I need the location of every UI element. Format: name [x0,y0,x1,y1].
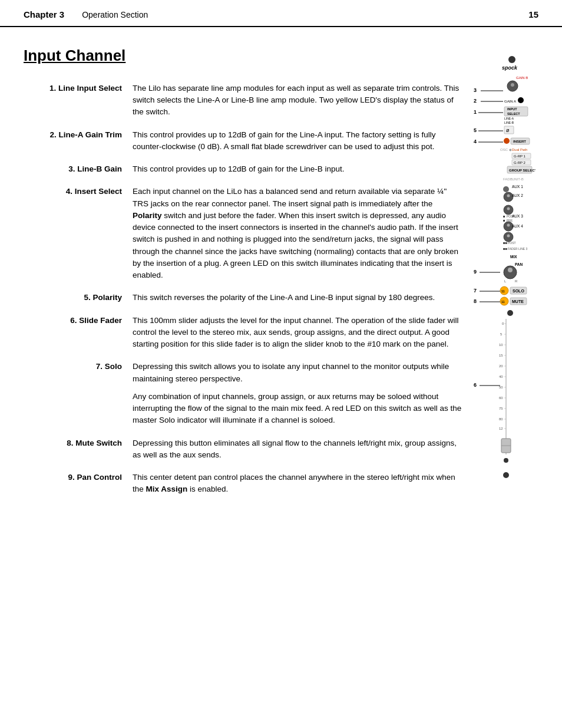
section-item: 7. SoloDepressing this switch allows you… [24,361,462,426]
item-body: This control provides up to 12dB of gain… [133,163,462,175]
svg-text:■: ■ [503,219,505,222]
section-item: 4. Insert SelectEach input channel on th… [24,186,462,281]
svg-point-50 [507,223,510,226]
svg-text:G-RP 2: G-RP 2 [514,161,526,164]
page-header: Chapter 3 Operation Section 15 [0,0,562,27]
text-section: Input Channel 1. Line Input SelectThe Li… [24,45,468,701]
svg-point-107 [503,472,509,478]
svg-text:11: 11 [501,300,505,304]
svg-text:INPUT: INPUT [507,107,517,111]
svg-text:11: 11 [501,289,505,293]
item-paragraph: Depressing this switch allows you to iso… [133,361,462,385]
svg-text:GROUP SELECT: GROUP SELECT [509,169,535,172]
item-paragraph: The Lilo has separate line amp modules f… [133,83,462,118]
item-body: The Lilo has separate line amp modules f… [133,83,462,118]
svg-text:4: 4 [474,139,477,144]
page-number: 15 [528,8,538,21]
svg-text:7: 7 [474,288,477,294]
item-body: Depressing this button eliminates all si… [133,437,462,462]
svg-text:60: 60 [499,396,503,400]
item-label: 2. Line-A Gain Trim [24,129,133,153]
svg-text:■■: ■■ [503,247,508,251]
svg-text:AUX 4: AUX 4 [512,224,523,228]
item-paragraph: Any combination of input channels, group… [133,391,462,427]
item-paragraph: Each input channel on the LiLo has a bal… [133,186,462,281]
item-label: 8. Mute Switch [24,437,133,462]
svg-text:Dual Path: Dual Path [512,148,527,151]
svg-text:FADB: FADB [503,177,513,181]
svg-text:INSERT: INSERT [513,140,526,143]
svg-point-78 [507,310,513,316]
section-item: 5. PolarityThis switch reverses the pola… [24,292,462,304]
diagram-panel: spock GAIN B 3 2 GAIN A 1 INPUT [468,45,538,701]
item-label: 4. Insert Select [24,186,133,281]
svg-text:5: 5 [500,332,503,336]
svg-text:GAIN B: GAIN B [516,76,528,80]
svg-text:AUX 3: AUX 3 [512,214,523,218]
item-label: 5. Polarity [24,292,133,304]
section-item: 3. Line-B GainThis control provides up t… [24,163,462,175]
svg-point-106 [504,458,508,463]
svg-text:R: R [515,279,518,283]
item-label: 7. Solo [24,361,133,426]
item-label: 6. Slide Fader [24,315,133,351]
channel-strip-svg: spock GAIN B 3 2 GAIN A 1 INPUT [468,51,535,699]
svg-text:MIX: MIX [510,255,517,259]
section-item: 9. Pan ControlThis center detent pan con… [24,472,462,496]
svg-text:GAIN A: GAIN A [504,100,516,103]
svg-text:MUTE: MUTE [512,299,524,304]
svg-text:POST: POST [508,241,516,245]
page-title: Input Channel [24,45,462,66]
svg-text:5: 5 [474,127,477,133]
item-body: Depressing this switch allows you to iso… [133,361,462,426]
svg-text:PAN: PAN [515,262,523,266]
svg-text:10: 10 [499,343,503,347]
item-paragraph: This switch reverses the polarity of the… [133,292,462,304]
svg-text:AUX 1: AUX 1 [512,185,523,189]
svg-text:LINE-B: LINE-B [504,121,514,124]
svg-text:spock: spock [502,65,518,71]
svg-text:40: 40 [499,375,503,378]
svg-text:0: 0 [502,322,504,325]
item-body: This 100mm slider adjusts the level for … [133,315,462,351]
svg-text:LINE-A: LINE-A [504,117,514,120]
svg-point-37 [503,186,509,192]
svg-text:FADER LINE 3: FADER LINE 3 [508,247,528,251]
svg-text:SELECT: SELECT [507,112,520,116]
svg-point-53 [507,234,510,237]
svg-text:G-RP 1: G-RP 1 [514,154,526,158]
svg-text:12: 12 [499,427,503,430]
section-item: 1. Line Input SelectThe Lilo has separat… [24,83,462,118]
svg-text:ø: ø [506,127,510,133]
item-label: 9. Pan Control [24,472,133,496]
item-label: 1. Line Input Select [24,83,133,118]
svg-text:■■: ■■ [503,241,508,245]
main-content: Input Channel 1. Line Input SelectThe Li… [0,27,562,719]
svg-text:80: 80 [499,417,503,421]
item-paragraph: This 100mm slider adjusts the level for … [133,315,462,351]
svg-point-63 [508,268,513,272]
svg-text:75: 75 [499,407,503,410]
item-label: 3. Line-B Gain [24,163,133,175]
item-paragraph: This center detent pan control places th… [133,472,462,496]
svg-text:L: L [504,279,507,283]
svg-text:15: 15 [499,354,503,357]
section-item: 8. Mute SwitchDepressing this button eli… [24,437,462,462]
items-container: 1. Line Input SelectThe Lilo has separat… [24,83,462,496]
svg-text:8: 8 [474,298,477,304]
svg-text:3: 3 [474,87,477,93]
section-item: 6. Slide FaderThis 100mm slider adjusts … [24,315,462,351]
section-item: 2. Line-A Gain TrimThis control provides… [24,129,462,153]
svg-text:AUX 2: AUX 2 [512,193,523,197]
svg-text:■: ■ [503,215,505,218]
svg-text:OSC ◆: OSC ◆ [500,148,512,151]
svg-text:50: 50 [499,386,503,389]
svg-text:UNIT-B: UNIT-B [512,177,524,181]
section-label: Operation Section [82,9,148,21]
svg-point-24 [504,138,510,144]
svg-text:1: 1 [474,109,477,115]
svg-point-10 [518,97,524,103]
svg-point-40 [507,194,510,197]
diagram-svg-wrapper: spock GAIN B 3 2 GAIN A 1 INPUT [468,51,538,701]
item-body: This control provides up to 12dB of gain… [133,129,462,153]
